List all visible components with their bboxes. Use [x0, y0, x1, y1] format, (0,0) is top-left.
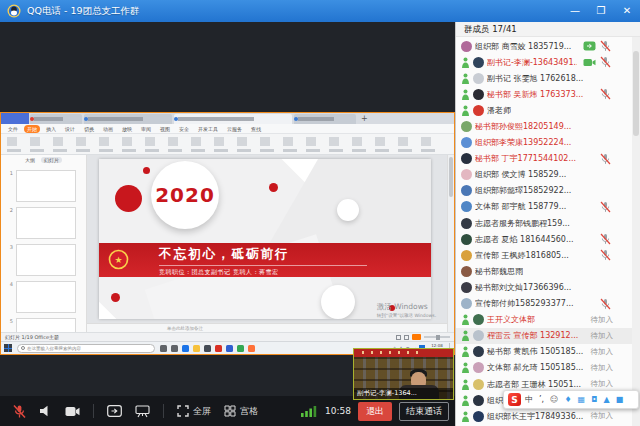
- ribbon-tab[interactable]: 动画: [100, 125, 116, 133]
- member-row[interactable]: 王开义文体部 待加入: [456, 312, 640, 328]
- settings-gear-icon[interactable]: [160, 345, 167, 352]
- member-row[interactable]: 副书记-李澜-13643491...: [456, 54, 640, 70]
- file-explorer-icon[interactable]: [193, 345, 200, 352]
- ime-toolbox-icon[interactable]: ■: [616, 393, 624, 406]
- ribbon-tab[interactable]: 审阅: [138, 125, 154, 133]
- camera-on-status-icon: [583, 58, 596, 67]
- avatar: [461, 201, 472, 212]
- member-row[interactable]: 潘老师: [456, 102, 640, 118]
- slide-thumbnail[interactable]: [16, 318, 76, 332]
- minimize-button[interactable]: —: [562, 0, 588, 22]
- member-row[interactable]: 组织部长王宇17849336... 待加入: [456, 408, 640, 424]
- wps-ribbon-icons[interactable]: [1, 134, 454, 155]
- member-row[interactable]: 秘书部刘文灿17366396...: [456, 279, 640, 295]
- ribbon-tab[interactable]: 开始: [24, 125, 40, 133]
- whiteboard-button[interactable]: [135, 405, 150, 418]
- member-row[interactable]: 志愿者 夏焰 181644560...: [456, 231, 640, 247]
- avatar: [473, 57, 484, 68]
- ribbon-tab[interactable]: 文件: [5, 125, 21, 133]
- member-row[interactable]: 文体部 郝允琦 1505185... 待加入: [456, 360, 640, 376]
- edge-icon[interactable]: [182, 345, 189, 352]
- canvas-scrollbar[interactable]: [447, 155, 454, 332]
- taskbar-search-input[interactable]: 在这里输入你要搜索的内容: [17, 344, 155, 353]
- start-button[interactable]: [4, 344, 12, 352]
- member-row[interactable]: 组织部郭懿璻15852922...: [456, 183, 640, 199]
- member-row[interactable]: 组织部 商雪姣 1835719...: [456, 38, 640, 54]
- slide-thumbnail[interactable]: [16, 207, 76, 239]
- task-view-icon[interactable]: [171, 345, 178, 352]
- photos-icon[interactable]: [215, 345, 222, 352]
- member-row[interactable]: 秘书部 吴新炜 1763373...: [456, 86, 640, 102]
- store-icon[interactable]: [204, 345, 211, 352]
- tab-outline[interactable]: 大纲: [25, 157, 35, 163]
- slideshow-play-button[interactable]: [412, 334, 421, 340]
- new-doc-tab-button[interactable]: +: [361, 113, 368, 124]
- ime-punctuation[interactable]: ’,: [539, 393, 544, 406]
- member-row[interactable]: 宣传部 王枫婷1816805...: [456, 247, 640, 263]
- slide-title-banner: ★ 不忘初心，砥砺前行 竞聘职位：团总支副书记 竞聘人：蒋雪宏: [99, 243, 431, 277]
- ribbon-tab[interactable]: 视图: [157, 125, 173, 133]
- ribbon-tab[interactable]: 设计: [62, 125, 78, 133]
- screen-share-button[interactable]: [107, 405, 122, 417]
- speaker-button[interactable]: [40, 405, 52, 417]
- doc-tab-active[interactable]: [174, 114, 292, 124]
- member-name: 王开义文体部: [487, 314, 535, 325]
- doc-tab-docer[interactable]: [30, 114, 82, 124]
- member-row[interactable]: 组织部李荣康13952224...: [456, 135, 640, 151]
- maximize-button[interactable]: ❐: [588, 0, 614, 22]
- wps-menu-button[interactable]: [1, 113, 29, 124]
- ime-mic-icon[interactable]: ♦: [564, 393, 571, 406]
- pending-status: 待加入: [591, 363, 614, 373]
- view-sorter-icon[interactable]: [404, 335, 409, 340]
- member-row[interactable]: 秘书部 黄凯伟 1505185... 待加入: [456, 344, 640, 360]
- ribbon-tab[interactable]: 开发工具: [195, 125, 221, 133]
- sogou-ime-bar[interactable]: S 中 ’, ☺ ♦ ▦ ◘ ▲ ■: [503, 390, 639, 409]
- wechat-icon[interactable]: [237, 345, 244, 352]
- ribbon-tab[interactable]: 安全: [176, 125, 192, 133]
- ribbon-tab[interactable]: 切换: [81, 125, 97, 133]
- ime-person-icon[interactable]: ◘: [591, 393, 597, 406]
- notes-bar[interactable]: 单击此处添加备注: [87, 323, 447, 332]
- ribbon-tab[interactable]: 放映: [119, 125, 135, 133]
- firefox-icon[interactable]: [248, 345, 255, 352]
- ribbon-tab[interactable]: 查找: [248, 125, 264, 133]
- camera-button[interactable]: [65, 406, 80, 417]
- close-button[interactable]: ✕: [614, 0, 640, 22]
- member-row[interactable]: 副书记 张雯旭 1762618...: [456, 70, 640, 86]
- ribbon-tab[interactable]: 插入: [43, 125, 59, 133]
- ime-mode-chinese[interactable]: 中: [525, 393, 533, 406]
- member-row[interactable]: 秘书部 丁宇1771544102...: [456, 151, 640, 167]
- ime-skin-icon[interactable]: ▲: [604, 393, 610, 406]
- sogou-logo-icon[interactable]: S: [508, 393, 521, 406]
- members-scrollbar[interactable]: [632, 37, 640, 426]
- mail-icon[interactable]: [226, 345, 233, 352]
- member-row[interactable]: 文体部 邵宇航 158779...: [456, 199, 640, 215]
- mic-muted-icon: [600, 153, 611, 165]
- member-row[interactable]: 秘书部魏思雨: [456, 263, 640, 279]
- doc-tab-2[interactable]: [294, 114, 356, 124]
- exit-button[interactable]: 退出: [358, 402, 392, 421]
- view-normal-icon[interactable]: [396, 335, 401, 340]
- mic-muted-button[interactable]: [12, 404, 27, 419]
- slide-thumbnail[interactable]: [16, 244, 76, 276]
- member-row[interactable]: 组织部 侯文博 158529...: [456, 167, 640, 183]
- grid-view-button[interactable]: 宫格: [224, 405, 258, 418]
- slide-thumbnail[interactable]: [16, 170, 76, 202]
- mic-muted-icon: [600, 298, 611, 310]
- doc-tab-1[interactable]: [84, 114, 172, 124]
- fullscreen-button[interactable]: 全屏: [177, 405, 211, 418]
- ime-emoji-icon[interactable]: ☺: [550, 393, 558, 406]
- zoom-slider[interactable]: [424, 336, 450, 338]
- member-row[interactable]: 宣传部付帅1585293377...: [456, 296, 640, 312]
- ribbon-tab[interactable]: 云服务: [224, 125, 245, 133]
- tab-slides[interactable]: 幻灯片: [41, 157, 62, 163]
- member-row[interactable]: 志愿者服务部钱鹏程159...: [456, 215, 640, 231]
- member-row[interactable]: 程雷云 宣传部 132912... 待加入: [456, 328, 640, 344]
- speaker-video-thumbnail[interactable]: 副书记-李澜-1364...: [353, 348, 454, 400]
- end-call-button[interactable]: 结束通话: [399, 402, 449, 421]
- slide-thumbnail[interactable]: [16, 281, 76, 313]
- ime-keyboard-icon[interactable]: ▦: [578, 393, 586, 406]
- member-name: 志愿者 夏焰 181644560...: [475, 234, 574, 245]
- current-slide[interactable]: 2020 ★ 不忘初心，砥砺前行 竞聘职位：团总支副书记 竞聘人：蒋雪宏: [99, 159, 431, 319]
- member-row[interactable]: 秘书部孙俊熙18205149...: [456, 118, 640, 134]
